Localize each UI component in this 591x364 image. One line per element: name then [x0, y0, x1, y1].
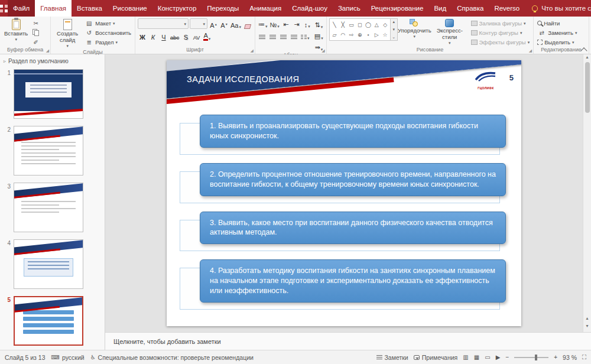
increase-indent-button[interactable]: ⇥ — [292, 18, 301, 28]
columns-button[interactable]: ▾ — [300, 30, 310, 40]
task-text-box[interactable]: 2. Определить процентное отношение трени… — [200, 163, 506, 196]
language-button[interactable]: ⌨ русский — [51, 354, 85, 361]
slide-thumbnail-2[interactable]: 2 — [0, 122, 105, 179]
bold-button[interactable]: Ж — [138, 31, 147, 41]
zoom-slider[interactable] — [514, 357, 548, 358]
tab-help[interactable]: Справка — [452, 0, 489, 17]
tab-slideshow[interactable]: Слайд-шоу — [287, 0, 333, 17]
shape-outline-button[interactable]: Контур фигуры ▾ — [470, 28, 531, 37]
thumbnail-preview[interactable] — [14, 296, 83, 346]
slide-title[interactable]: ЗАДАЧИ ИССЛЕДОВАНИЯ — [187, 74, 299, 84]
font-color-button[interactable]: А▾ — [202, 31, 212, 41]
change-case-button[interactable]: Aa▾ — [230, 19, 242, 29]
task-text-box[interactable]: 3. Выявить, какое место при воспитании д… — [200, 212, 506, 245]
grow-font-button[interactable]: А▴ — [209, 19, 218, 29]
numbering-button[interactable]: №▾ — [269, 18, 280, 28]
scrollbar-up-icon[interactable]: ▴ — [586, 54, 588, 60]
shape-arc-icon[interactable]: ◠ — [340, 32, 345, 38]
tab-home[interactable]: Главная — [35, 0, 72, 17]
align-right-button[interactable] — [279, 30, 288, 40]
normal-view-button[interactable]: ▥ — [463, 354, 468, 360]
shape-star-icon[interactable]: ⋆ — [366, 32, 370, 38]
section-button[interactable]: ≣ Раздел ▾ — [83, 38, 132, 46]
tell-me-search[interactable]: Что вы хотите сделать? — [532, 0, 591, 17]
slide-sorter-view-button[interactable]: ▦ — [474, 354, 479, 360]
align-center-button[interactable] — [268, 30, 278, 40]
bullets-button[interactable]: ≔▾ — [258, 18, 268, 28]
dialog-launcher-icon[interactable]: ◢ — [529, 48, 532, 53]
thumbnail-preview[interactable] — [14, 183, 83, 232]
shapes-gallery[interactable]: ╲ ╳ ▭ ◻ ◯ △ ◇ ▱ ◠ ⇨ ⊕ ⋆ ▷ ☆ — [329, 18, 391, 41]
underline-button[interactable]: Ч — [159, 31, 168, 41]
tab-record[interactable]: Запись — [333, 0, 366, 17]
notes-pane[interactable]: Щелкните, чтобы добавить заметки — [105, 332, 591, 350]
shape-rectangle-icon[interactable]: ▭ — [349, 22, 354, 28]
shapes-gallery-scroll[interactable]: ▴ ▾ ⌄ — [391, 18, 398, 41]
shape-fill-button[interactable]: Заливка фигуры ▾ — [470, 19, 531, 27]
task-text-box[interactable]: 1. Выявить и проанализировать существующ… — [200, 115, 506, 148]
thumbnail-preview[interactable] — [14, 126, 83, 176]
zoom-level[interactable]: 93 % — [563, 354, 577, 361]
italic-button[interactable]: К — [148, 31, 158, 41]
notes-toggle-button[interactable]: Заметки — [376, 354, 408, 361]
find-button[interactable]: Найти — [536, 19, 578, 27]
shape-cross-icon[interactable]: ╳ — [341, 22, 344, 28]
paste-button[interactable]: Вставить ▾ — [2, 18, 30, 42]
character-spacing-button[interactable]: AV — [191, 31, 201, 41]
tab-view[interactable]: Вид — [428, 0, 452, 17]
slideshow-view-button[interactable]: ▶ — [496, 354, 501, 360]
thumbnail-preview[interactable] — [14, 239, 83, 289]
scroll-up-icon[interactable]: ▴ — [392, 20, 395, 24]
shape-effects-button[interactable]: Эффекты фигуры ▾ — [470, 38, 531, 46]
justify-button[interactable] — [290, 30, 299, 40]
shape-square-icon[interactable]: ◻ — [358, 22, 362, 28]
next-slide-icon[interactable]: ▾ — [586, 323, 588, 329]
dialog-launcher-icon[interactable]: ◢ — [322, 48, 324, 53]
scroll-down-icon[interactable]: ▾ — [392, 27, 395, 32]
slide-thumbnail-5[interactable]: 5 — [0, 292, 105, 349]
align-left-button[interactable] — [258, 30, 267, 40]
tab-file[interactable]: Файл — [8, 0, 35, 17]
new-slide-button[interactable]: Создать слайд ▾ — [53, 18, 82, 48]
font-size-select[interactable]: ▾ — [190, 18, 207, 29]
shape-callout-icon[interactable]: ▷ — [375, 32, 379, 38]
text-shadow-button[interactable]: S — [181, 31, 190, 41]
zoom-slider-thumb[interactable] — [535, 355, 537, 360]
tab-draw[interactable]: Рисование — [108, 0, 152, 17]
vertical-scrollbar[interactable]: ▴ ▴ ▾ — [583, 54, 591, 332]
dialog-launcher-icon[interactable]: ◢ — [251, 48, 254, 53]
tab-insert[interactable]: Вставка — [72, 0, 108, 17]
clear-formatting-icon[interactable] — [243, 19, 252, 29]
align-text-button[interactable]: ▤▾ — [314, 30, 324, 40]
accessibility-button[interactable]: ♿ Специальные возможности: проверьте рек… — [90, 354, 254, 361]
reading-view-button[interactable]: ▭ — [485, 354, 490, 360]
format-painter-icon[interactable]: ✐ — [31, 38, 40, 46]
arrange-button[interactable]: Упорядочить ▾ — [400, 18, 430, 39]
cut-icon[interactable]: ✂ — [31, 19, 40, 27]
tab-animations[interactable]: Анимация — [244, 0, 287, 17]
quick-styles-button[interactable]: Экспресс-стили ▾ — [431, 18, 468, 46]
section-header[interactable]: ▹ Раздел по умолчанию — [0, 54, 105, 66]
task-text-box[interactable]: 4. Разработать методику воспитания гибко… — [200, 259, 506, 303]
slide-thumbnail-3[interactable]: 3 — [0, 179, 105, 236]
previous-slide-icon[interactable]: ▴ — [586, 316, 588, 321]
tab-reverso[interactable]: Reverso — [489, 0, 525, 17]
tab-review[interactable]: Рецензирование — [366, 0, 429, 17]
slide-thumbnail-4[interactable]: 4 — [0, 236, 105, 292]
thumbnail-preview[interactable] — [14, 69, 83, 119]
shape-plus-icon[interactable]: ⊕ — [358, 32, 362, 38]
decrease-indent-button[interactable]: ⇤ — [281, 18, 291, 28]
shape-parallelogram-icon[interactable]: ▱ — [332, 32, 336, 38]
layout-button[interactable]: ▤ Макет ▾ — [83, 19, 132, 27]
dialog-launcher-icon[interactable]: ◢ — [46, 48, 49, 53]
shape-line-icon[interactable]: ╲ — [333, 22, 336, 28]
text-direction-button[interactable]: ⇅▾ — [314, 19, 324, 29]
gallery-more-icon[interactable]: ⌄ — [392, 35, 395, 40]
slide-canvas[interactable]: ЗАДАЧИ ИССЛЕДОВАНИЯ ГЦОЛИФК 5 — [105, 54, 591, 332]
slide-thumbnail-1[interactable]: 1 — [0, 66, 105, 122]
shape-star5-icon[interactable]: ☆ — [383, 32, 388, 38]
shape-triangle-icon[interactable]: △ — [375, 22, 379, 28]
zoom-in-button[interactable]: + — [554, 354, 557, 360]
shape-diamond-icon[interactable]: ◇ — [383, 22, 387, 28]
shape-arrow-icon[interactable]: ⇨ — [349, 32, 354, 38]
